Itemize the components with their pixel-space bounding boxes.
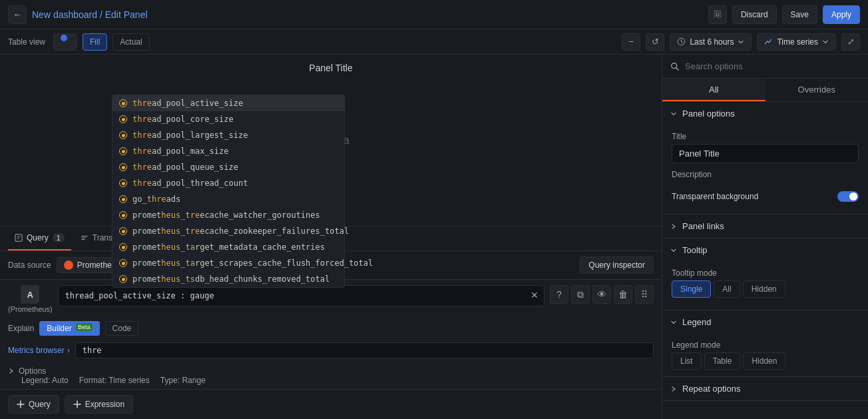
panel-options-header[interactable]: Panel options [662,102,868,125]
time-series-label: Time series [777,37,818,47]
query-inspector-button[interactable]: Query inspector [580,256,654,274]
chevron-right-icon [670,223,677,230]
tab-overrides[interactable]: Overrides [765,79,869,101]
tooltip-title: Tooltip [682,245,860,255]
autocomplete-item[interactable]: thread_pool_max_size [112,143,344,159]
tooltip-mode-label: Tooltip mode [672,268,859,278]
repeat-options-section: Repeat options [662,377,868,401]
tooltip-mode-row: Single All Hidden [672,280,859,298]
legend-table-button[interactable]: Table [704,352,741,370]
explain-row: Explain Builder Beta Code [0,318,662,338]
metric-type-icon [119,147,127,155]
autocomplete-item[interactable]: prometheus_treecache_watcher_goroutines [112,207,344,223]
metric-type-icon [119,211,127,219]
settings-button[interactable] [708,5,727,24]
autocomplete-item[interactable]: thread_pool_thread_count [112,175,344,191]
autocomplete-item[interactable]: prometheus_target_scrapes_cache_flush_fo… [112,255,344,271]
discard-button[interactable]: Discard [732,5,777,24]
chevron-down-icon [670,247,677,254]
query-tab-label: Query [27,233,49,242]
panel-links-header[interactable]: Panel links [662,214,868,238]
autocomplete-item[interactable]: thread_pool_queue_size [112,159,344,175]
topbar: ← New dashboard / Edit Panel Discard Sav… [0,0,868,29]
metric-type-icon [119,243,127,251]
panel-title-input[interactable] [672,144,859,163]
query-explain-button[interactable]: ? [550,285,568,304]
query-input-field[interactable]: thread_pool_active_size : gauge [58,285,544,306]
prometheus-icon [64,260,73,270]
svg-rect-1 [15,234,22,241]
add-expression-label: Expression [85,400,124,409]
query-text: thread_pool_active_size : gauge [65,291,214,300]
metrics-browser-label: Metrics browser [8,346,65,355]
fill-button[interactable]: Fill [83,33,107,51]
panel-links-title: Panel links [682,221,860,231]
autocomplete-item[interactable]: thread_pool_active_size [112,95,344,111]
svg-line-9 [676,67,679,70]
transparent-bg-label: Transparent background [672,192,758,201]
title-field-label: Title [672,132,859,141]
options-legend: Legend: Auto [21,376,69,385]
query-drag-button[interactable]: ⠿ [635,285,654,304]
search-options-input[interactable] [685,61,860,71]
query-toggle-button[interactable]: 👁 [592,285,611,304]
back-button[interactable]: ← [8,5,27,24]
legend-header[interactable]: Legend [662,310,868,334]
repeat-options-header[interactable]: Repeat options [662,377,868,400]
query-copy-button[interactable]: ⧉ [571,285,590,304]
refresh-button[interactable]: ↺ [646,33,664,51]
metrics-browser-button[interactable]: Metrics browser › [8,346,70,355]
options-row: Options Legend: Auto Format: Time series… [0,362,662,389]
autocomplete-item[interactable]: prometheus_tsdb_head_chunks_removed_tota… [112,271,344,287]
query-action-buttons: ? ⧉ 👁 🗑 ⠿ [550,285,654,304]
title-field-group: Title [672,132,859,163]
tab-all[interactable]: All [662,79,765,101]
autocomplete-item[interactable]: prometheus_target_metadata_cache_entries [112,239,344,255]
panel-links-section: Panel links [662,214,868,238]
tooltip-hidden-button[interactable]: Hidden [743,280,785,298]
autocomplete-item[interactable]: thread_pool_core_size [112,111,344,127]
query-letter: A [21,285,39,304]
apply-button[interactable]: Apply [823,5,860,24]
panel-options-title: Panel options [682,109,860,119]
legend-mode-label: Legend mode [672,340,859,350]
query-clear-button[interactable]: ✕ [529,289,541,301]
add-query-button[interactable]: Query [8,395,59,414]
autocomplete-item[interactable]: prometheus_treecache_zookeeper_failures_… [112,223,344,239]
toggle-thumb [849,193,857,201]
metrics-search-input[interactable] [75,342,654,358]
legend-list-button[interactable]: List [672,352,702,370]
tooltip-body: Tooltip mode Single All Hidden [662,262,868,310]
table-view-label: Table view [8,37,45,47]
tooltip-all-button[interactable]: All [714,280,740,298]
code-tab[interactable]: Code [105,321,139,336]
visualization-type-button[interactable]: Time series [757,33,836,51]
legend-hidden-button[interactable]: Hidden [743,352,785,370]
legend-mode-row: List Table Hidden [672,352,859,370]
panel-options-section: Panel options Title Description Transpar… [662,102,868,214]
actual-button[interactable]: Actual [112,33,149,51]
main-layout: Panel Title No data thread_pool_active_s… [0,55,868,419]
query-delete-button[interactable]: 🗑 [614,285,632,304]
description-field-label: Description [672,170,859,179]
panel-tabs: All Overrides [662,79,868,102]
tooltip-single-button[interactable]: Single [672,280,711,298]
metric-type-icon [119,163,127,171]
autocomplete-item[interactable]: go_threads [112,191,344,207]
save-button[interactable]: Save [782,5,817,24]
transparent-bg-toggle[interactable] [837,191,859,202]
query-tab[interactable]: Query 1 [8,226,71,250]
expand-button[interactable]: ⤢ [841,33,860,51]
options-toggle[interactable]: Options [8,366,654,376]
tooltip-header[interactable]: Tooltip [662,238,868,262]
table-view-toggle[interactable] [53,33,77,51]
autocomplete-dropdown[interactable]: thread_pool_active_size thread_pool_core… [112,95,345,288]
metrics-browser-arrow: › [67,346,70,355]
time-range-button[interactable]: Last 6 hours [670,33,752,51]
builder-tab[interactable]: Builder Beta [39,321,99,336]
autocomplete-item[interactable]: thread_pool_largest_size [112,127,344,143]
zoom-out-button[interactable]: − [622,33,640,51]
add-expression-button[interactable]: Expression [65,395,133,414]
query-tab-count: 1 [53,233,65,242]
legend-body: Legend mode List Table Hidden [662,334,868,376]
